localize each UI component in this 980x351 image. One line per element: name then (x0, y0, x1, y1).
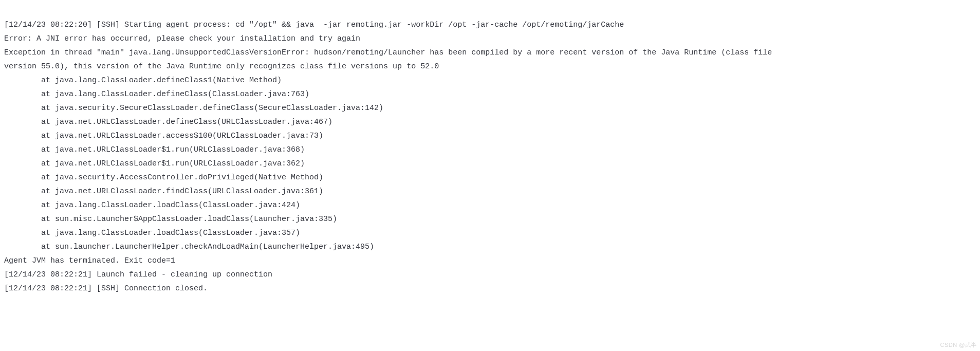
log-line: at java.net.URLClassLoader.findClass(URL… (4, 187, 323, 196)
log-line: at java.security.AccessController.doPriv… (4, 173, 323, 182)
log-line: at java.net.URLClassLoader.access$100(UR… (4, 132, 323, 140)
log-line: at sun.launcher.LauncherHelper.checkAndL… (4, 243, 374, 251)
log-line: Agent JVM has terminated. Exit code=1 (4, 256, 175, 265)
log-line: at java.net.URLClassLoader.defineClass(U… (4, 118, 332, 126)
log-line: Exception in thread "main" java.lang.Uns… (4, 48, 772, 57)
log-line: at java.net.URLClassLoader$1.run(URLClas… (4, 159, 305, 168)
log-line: at java.lang.ClassLoader.defineClass1(Na… (4, 76, 282, 85)
log-line: at sun.misc.Launcher$AppClassLoader.load… (4, 215, 337, 224)
log-line: [12/14/23 08:22:20] [SSH] Starting agent… (4, 21, 624, 29)
log-line: at java.lang.ClassLoader.loadClass(Class… (4, 201, 300, 210)
log-line: at java.lang.ClassLoader.loadClass(Class… (4, 229, 300, 237)
log-line: [12/14/23 08:22:21] Launch failed - clea… (4, 270, 272, 279)
log-line: at java.security.SecureClassLoader.defin… (4, 104, 383, 113)
watermark: CSDN @武半 (940, 341, 977, 349)
log-line: version 55.0), this version of the Java … (4, 62, 439, 71)
log-line: at java.net.URLClassLoader$1.run(URLClas… (4, 145, 305, 154)
log-line: [12/14/23 08:22:21] [SSH] Connection clo… (4, 284, 208, 293)
console-log: [12/14/23 08:22:20] [SSH] Starting agent… (0, 0, 980, 300)
log-line: at java.lang.ClassLoader.defineClass(Cla… (4, 90, 309, 99)
log-line: Error: A JNI error has occurred, please … (4, 34, 360, 43)
